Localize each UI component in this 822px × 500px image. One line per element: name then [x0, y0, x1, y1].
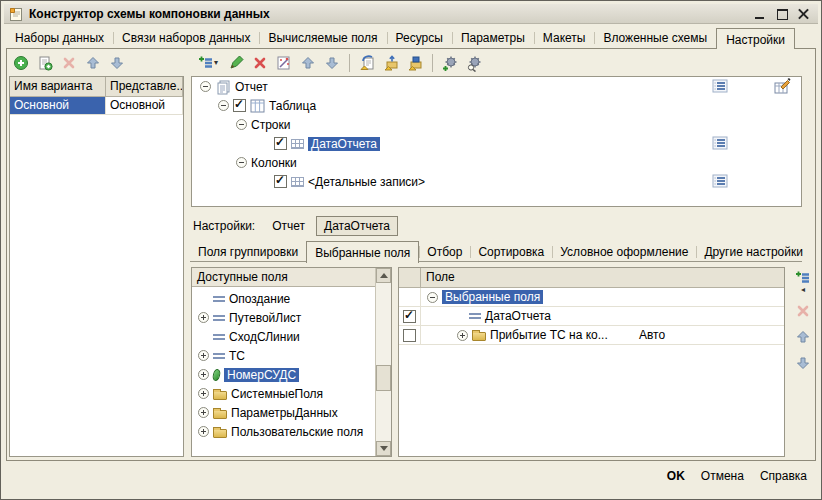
delete-structure-element-button[interactable]	[250, 53, 270, 73]
edit-structure-element-button[interactable]	[226, 53, 246, 73]
selected-fields-group-row[interactable]: Выбранные поля	[399, 288, 784, 307]
settings-add-button[interactable]	[440, 53, 460, 73]
group-type-value[interactable]: Авто	[639, 328, 665, 342]
field-label[interactable]: ПараметрыДанных	[231, 406, 338, 420]
move-structure-up-button[interactable]	[298, 53, 318, 73]
save-settings-button[interactable]	[405, 53, 425, 73]
move-selected-field-up-button[interactable]	[793, 327, 813, 347]
field-label[interactable]: Опоздание	[229, 292, 290, 306]
field-item-data-parameters[interactable]: ПараметрыДанных	[192, 403, 375, 422]
move-variant-up-button[interactable]	[83, 53, 103, 73]
settings-scope-context-button[interactable]: ДатаОтчета	[316, 216, 398, 236]
collapse-icon[interactable]	[200, 81, 211, 92]
field-item-shod-s-linii[interactable]: СходСЛинии	[192, 327, 375, 346]
copy-variant-button[interactable]	[35, 53, 55, 73]
selected-field-row-report-date[interactable]: ДатаОтчета	[399, 307, 784, 326]
field-item-nomer-suds[interactable]: НомерСУДС	[192, 365, 375, 384]
row-settings-icon[interactable]	[712, 79, 729, 94]
group-label[interactable]: Выбранные поля	[442, 290, 543, 304]
field-label-selected[interactable]: НомерСУДС	[224, 368, 299, 382]
tree-label[interactable]: Колонки	[251, 156, 297, 170]
column-variant-presentation[interactable]: Представле...	[106, 77, 183, 96]
variant-name-cell[interactable]: Основной	[10, 97, 106, 114]
collapse-icon[interactable]	[218, 100, 229, 111]
move-variant-down-button[interactable]	[107, 53, 127, 73]
tab-selected-fields[interactable]: Выбранные поля	[306, 241, 419, 263]
use-checkbox[interactable]	[403, 310, 416, 323]
expand-icon[interactable]	[198, 426, 209, 437]
field-label[interactable]: СистемныеПоля	[231, 387, 323, 401]
tab-calculated-fields[interactable]: Вычисляемые поля	[259, 28, 386, 48]
tree-row-report-date[interactable]: ДатаОтчета	[192, 134, 801, 153]
expand-icon[interactable]	[198, 388, 209, 399]
expand-icon[interactable]	[457, 330, 468, 341]
field-label[interactable]: Пользовательские поля	[231, 425, 363, 439]
move-selected-field-down-button[interactable]	[793, 353, 813, 373]
tab-settings[interactable]: Настройки	[716, 28, 795, 49]
settings-scope-report-button[interactable]: Отчет	[265, 217, 312, 235]
settings-search-button[interactable]	[464, 53, 484, 73]
tab-resources[interactable]: Ресурсы	[387, 28, 452, 48]
close-icon[interactable]	[798, 8, 810, 20]
scrollbar-track[interactable]	[376, 283, 391, 441]
collapse-icon[interactable]	[236, 157, 247, 168]
field-item-system-fields[interactable]: СистемныеПоля	[192, 384, 375, 403]
maximize-icon[interactable]	[776, 8, 788, 20]
group-checkbox[interactable]	[274, 175, 287, 188]
column-variant-name[interactable]: Имя варианта	[10, 77, 106, 96]
tree-label[interactable]: <Детальные записи>	[308, 175, 425, 189]
selected-field-label[interactable]: Прибытие ТС на ко...	[490, 328, 608, 342]
row-settings-icon[interactable]	[712, 174, 729, 189]
group-checkbox[interactable]	[274, 137, 287, 150]
help-button[interactable]: Справка	[760, 469, 807, 483]
tree-label[interactable]: Таблица	[269, 99, 316, 113]
selected-field-row-arrival[interactable]: Прибытие ТС на ко... Авто	[399, 326, 784, 345]
tab-parameters[interactable]: Параметры	[452, 28, 534, 48]
tab-filter[interactable]: Отбор	[419, 242, 470, 262]
field-item-putevoy-list[interactable]: ПутевойЛист	[192, 308, 375, 327]
scroll-up-icon[interactable]	[376, 268, 391, 283]
tab-conditional-appearance[interactable]: Условное оформление	[552, 242, 696, 262]
variant-row[interactable]: Основной Основной	[10, 97, 183, 115]
tab-templates[interactable]: Макеты	[534, 28, 595, 48]
tab-nested-schemas[interactable]: Вложенные схемы	[594, 28, 716, 48]
design-settings-icon[interactable]	[773, 78, 791, 95]
export-settings-button[interactable]	[381, 53, 401, 73]
tree-row-detail-records[interactable]: <Детальные записи>	[192, 172, 801, 191]
expand-icon[interactable]	[198, 369, 209, 380]
delete-selected-field-button[interactable]	[793, 301, 813, 321]
title-bar[interactable]: Конструктор схемы компоновки данных	[4, 4, 818, 24]
tree-row-rows-section[interactable]: Строки	[192, 115, 801, 134]
collapse-icon[interactable]	[427, 292, 438, 303]
delete-variant-button[interactable]	[59, 53, 79, 73]
tab-data-sets[interactable]: Наборы данных	[6, 28, 113, 48]
row-settings-icon[interactable]	[712, 136, 729, 151]
field-item-opozdanie[interactable]: Опоздание	[192, 289, 375, 308]
tree-row-table[interactable]: Таблица	[192, 96, 801, 115]
available-fields-scrollbar[interactable]	[375, 268, 391, 456]
field-column-header[interactable]: Поле	[421, 268, 784, 287]
load-settings-button[interactable]	[357, 53, 377, 73]
tree-row-report[interactable]: Отчет	[192, 77, 801, 96]
tree-label[interactable]: Отчет	[235, 80, 268, 94]
add-structure-element-button[interactable]: ▾	[194, 53, 222, 73]
variant-presentation-cell[interactable]: Основной	[106, 97, 183, 114]
tab-grouping-fields[interactable]: Поля группировки	[190, 242, 306, 262]
selected-field-label[interactable]: ДатаОтчета	[485, 309, 551, 323]
ok-button[interactable]: OK	[667, 469, 685, 483]
move-structure-down-button[interactable]	[322, 53, 342, 73]
tab-other-settings[interactable]: Другие настройки	[696, 242, 811, 262]
settings-wizard-button[interactable]	[274, 53, 294, 73]
field-label[interactable]: СходСЛинии	[229, 330, 300, 344]
table-checkbox[interactable]	[233, 99, 246, 112]
collapse-icon[interactable]	[236, 119, 247, 130]
use-checkbox[interactable]	[403, 329, 416, 342]
expand-icon[interactable]	[198, 350, 209, 361]
tab-sorting[interactable]: Сортировка	[470, 242, 552, 262]
tree-label[interactable]: Строки	[251, 118, 290, 132]
tab-data-set-links[interactable]: Связи наборов данных	[113, 28, 259, 48]
add-variant-button[interactable]	[11, 53, 31, 73]
field-label[interactable]: ПутевойЛист	[229, 311, 301, 325]
minimize-icon[interactable]	[754, 8, 766, 20]
tree-label-selected[interactable]: ДатаОтчета	[308, 137, 380, 151]
